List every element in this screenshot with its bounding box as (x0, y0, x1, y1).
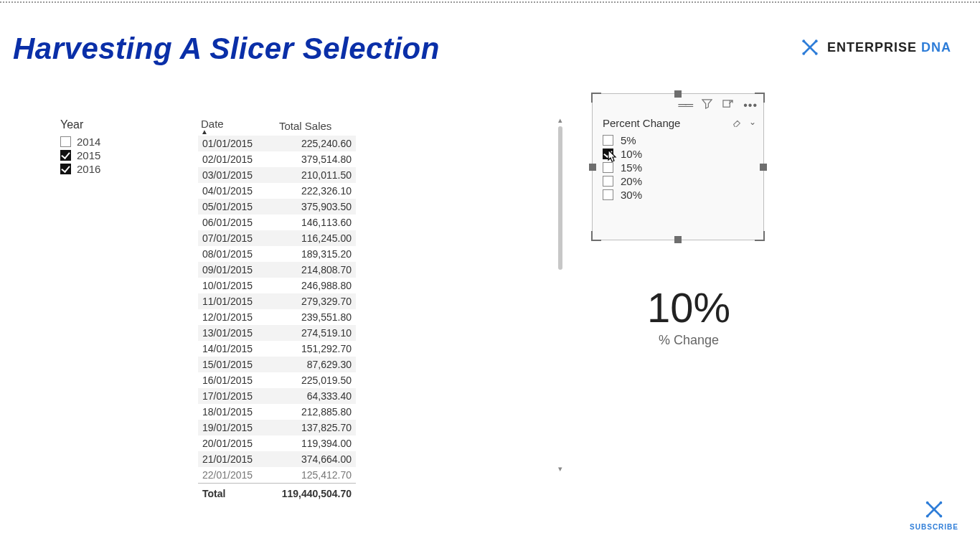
cell-value: 239,551.80 (269, 309, 356, 325)
checkbox-10pct[interactable] (603, 149, 613, 159)
cell-date: 03/01/2015 (198, 167, 269, 183)
checkbox-20pct[interactable] (603, 176, 613, 187)
cell-date: 18/01/2015 (198, 404, 269, 420)
resize-handle[interactable] (674, 90, 682, 98)
table-row[interactable]: 08/01/2015189,315.20 (198, 246, 356, 262)
table-scrollbar[interactable]: ▴ ▾ (557, 115, 564, 474)
table-row[interactable]: 05/01/2015375,903.50 (198, 199, 356, 215)
checkbox-30pct[interactable] (603, 189, 613, 200)
cell-value: 379,514.80 (269, 151, 356, 167)
cell-date: 04/01/2015 (198, 183, 269, 199)
svg-point-7 (940, 515, 943, 518)
year-item-2016[interactable]: 2016 (60, 163, 161, 175)
dna-icon (921, 499, 947, 520)
year-slicer-title: Year (60, 118, 161, 131)
year-label: 2016 (77, 163, 100, 175)
table-row[interactable]: 21/01/2015374,664.00 (198, 451, 356, 467)
checkbox-2015[interactable] (60, 150, 71, 161)
table-row[interactable]: 20/01/2015119,394.00 (198, 435, 356, 451)
filter-icon[interactable] (702, 98, 712, 112)
subscribe-badge[interactable]: SUBSCRIBE (910, 499, 958, 531)
total-label: Total (198, 484, 269, 502)
table-row-cutoff: 22/01/2015125,412.70 (198, 467, 356, 484)
cell-date: 05/01/2015 (198, 199, 269, 215)
year-label: 2014 (77, 136, 100, 148)
top-border (0, 1, 980, 3)
year-item-2014[interactable]: 2014 (60, 136, 161, 148)
pct-item-30[interactable]: 30% (603, 189, 642, 201)
table-row[interactable]: 01/01/2015225,240.60 (198, 136, 356, 151)
visual-toolbar: ══ ••• (679, 98, 758, 112)
focus-mode-icon[interactable] (722, 98, 733, 112)
table-row[interactable]: 07/01/2015116,245.00 (198, 230, 356, 246)
cell-value: 214,808.70 (269, 262, 356, 278)
cell-date: 21/01/2015 (198, 451, 269, 467)
table-row[interactable]: 18/01/2015212,885.80 (198, 404, 356, 420)
cell-date: 19/01/2015 (198, 420, 269, 435)
year-slicer[interactable]: Year 2014 2015 2016 (60, 118, 161, 176)
col-sales-header[interactable]: Total Sales (269, 115, 356, 136)
table-row[interactable]: 04/01/2015222,326.10 (198, 183, 356, 199)
svg-point-3 (815, 39, 818, 42)
cell-value: 116,245.00 (269, 230, 356, 246)
pct-item-10[interactable]: 10% (603, 148, 642, 160)
percent-change-card[interactable]: 10% % Change (595, 283, 782, 348)
resize-handle[interactable] (760, 164, 767, 171)
cell-value: 222,326.10 (269, 183, 356, 199)
card-label: % Change (595, 333, 782, 348)
sales-table: Date ▲ Total Sales 01/01/2015225,240.600… (198, 115, 356, 501)
resize-handle[interactable] (589, 164, 596, 171)
scroll-down-icon[interactable]: ▾ (557, 463, 564, 474)
subscribe-text: SUBSCRIBE (910, 523, 958, 531)
svg-rect-5 (723, 100, 730, 107)
svg-point-4 (809, 46, 811, 49)
cell-value: 246,988.80 (269, 278, 356, 293)
brand-text: ENTERPRISE DNA (827, 40, 951, 55)
table-row[interactable]: 11/01/2015279,329.70 (198, 293, 356, 309)
sales-table-visual[interactable]: Date ▲ Total Sales 01/01/2015225,240.600… (198, 115, 564, 495)
pct-slicer-list: 5% 10% 15% 20% 30% (603, 133, 642, 202)
cell-value: 225,240.60 (269, 136, 356, 151)
cell-value: 225,019.50 (269, 372, 356, 388)
drag-handle-icon[interactable]: ══ (679, 99, 692, 112)
cell-value: 137,825.70 (269, 420, 356, 435)
page-title: Harvesting A Slicer Selection (13, 32, 440, 66)
pct-item-5[interactable]: 5% (603, 134, 642, 146)
checkbox-2016[interactable] (60, 164, 71, 174)
cell-value: 212,885.80 (269, 404, 356, 420)
table-row[interactable]: 16/01/2015225,019.50 (198, 372, 356, 388)
col-date-header[interactable]: Date ▲ (198, 115, 269, 136)
svg-point-9 (940, 501, 943, 504)
table-row[interactable]: 10/01/2015246,988.80 (198, 278, 356, 293)
eraser-icon[interactable] (732, 117, 742, 129)
table-row[interactable]: 06/01/2015146,113.60 (198, 215, 356, 230)
table-row[interactable]: 13/01/2015274,519.10 (198, 325, 356, 341)
table-row[interactable]: 09/01/2015214,808.70 (198, 262, 356, 278)
pct-item-15[interactable]: 15% (603, 161, 642, 174)
table-row[interactable]: 17/01/201564,333.40 (198, 388, 356, 404)
table-row[interactable]: 03/01/2015210,011.50 (198, 167, 356, 183)
table-row[interactable]: 02/01/2015379,514.80 (198, 151, 356, 167)
cell-value: 274,519.10 (269, 325, 356, 341)
svg-point-6 (926, 501, 929, 504)
resize-handle[interactable] (674, 236, 682, 243)
cell-value: 279,329.70 (269, 293, 356, 309)
table-row[interactable]: 15/01/201587,629.30 (198, 357, 356, 372)
scroll-thumb[interactable] (558, 126, 562, 270)
checkbox-2014[interactable] (60, 136, 71, 147)
cell-date: 02/01/2015 (198, 151, 269, 167)
checkbox-5pct[interactable] (603, 135, 613, 146)
scroll-up-icon[interactable]: ▴ (557, 115, 564, 125)
table-row[interactable]: 19/01/2015137,825.70 (198, 420, 356, 435)
pct-slicer-title: Percent Change (603, 117, 680, 129)
year-label: 2015 (77, 149, 100, 161)
cell-date: 12/01/2015 (198, 309, 269, 325)
checkbox-15pct[interactable] (603, 162, 613, 173)
table-row[interactable]: 14/01/2015151,292.70 (198, 341, 356, 357)
more-options-icon[interactable]: ••• (743, 99, 758, 112)
year-item-2015[interactable]: 2015 (60, 149, 161, 161)
chevron-down-icon[interactable]: ⌄ (749, 117, 756, 129)
table-row[interactable]: 12/01/2015239,551.80 (198, 309, 356, 325)
pct-item-20[interactable]: 20% (603, 175, 642, 187)
percent-change-slicer-visual[interactable]: ══ ••• Percent Change ⌄ 5% 10% 15% (592, 93, 764, 240)
